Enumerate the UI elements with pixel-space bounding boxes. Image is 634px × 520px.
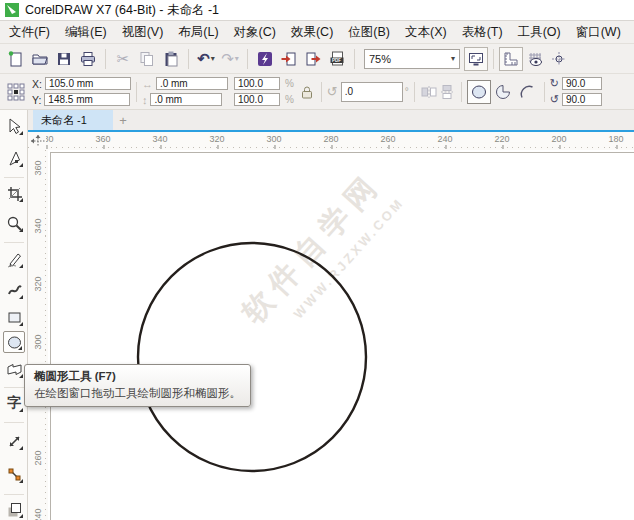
menu-bitmaps[interactable]: 位图(B)	[348, 24, 390, 41]
rotation-icon: ↺	[327, 84, 338, 99]
arc-angle-fields: ↻ 90.0 ↺ 90.0	[550, 77, 602, 106]
undo-icon[interactable]: ↶▾	[194, 47, 218, 71]
ellipse-tool-tooltip: 椭圆形工具 (F7) 在绘图窗口拖动工具绘制圆形和椭圆形。	[24, 364, 251, 407]
plus-icon: +	[119, 113, 127, 128]
cut-icon[interactable]: ✂	[111, 47, 135, 71]
ellipse-mode-button[interactable]	[467, 80, 491, 104]
pie-mode-button[interactable]	[491, 80, 515, 104]
propbar-separator	[414, 82, 415, 102]
end-angle-icon: ↺	[550, 93, 559, 106]
height-input[interactable]: .0 mm	[150, 93, 222, 106]
connector-tool[interactable]	[3, 463, 25, 485]
scale-x-input[interactable]: 100.0	[234, 77, 280, 90]
hruler-label: 220	[494, 134, 509, 144]
chevron-down-icon: ▾	[451, 54, 455, 63]
percent-label: %	[285, 78, 294, 89]
drawing-canvas[interactable]: 软件自学网 WWW.RJZXW.COM	[48, 150, 634, 520]
export-icon[interactable]	[301, 47, 325, 71]
ruler-origin-icon[interactable]	[30, 134, 46, 148]
show-rulers-icon[interactable]	[499, 47, 523, 71]
toolbox-separator	[4, 177, 24, 178]
mirror-vertical-icon[interactable]	[438, 83, 456, 101]
title-bar: CorelDRAW X7 (64-Bit) - 未命名 -1	[0, 0, 634, 21]
object-height-icon: ↕	[142, 94, 148, 106]
document-tab-active[interactable]: 未命名 -1	[33, 110, 113, 130]
vertical-ruler[interactable]: 360 340 320 300 280 260 240	[28, 150, 48, 520]
snap-to-icon[interactable]	[547, 47, 571, 71]
object-width-icon: ↔	[142, 78, 153, 90]
save-icon[interactable]	[52, 47, 76, 71]
artistic-media-tool[interactable]	[3, 279, 25, 301]
copy-icon[interactable]	[135, 47, 159, 71]
zoom-level-value: 75%	[369, 53, 450, 65]
degree-label: °	[405, 86, 409, 97]
end-angle-input[interactable]: 90.0	[562, 93, 602, 106]
polygon-tool[interactable]	[3, 358, 25, 380]
text-tool[interactable]: 字	[3, 392, 25, 414]
toolbox-separator	[4, 494, 24, 495]
dimension-tool[interactable]	[3, 430, 25, 452]
y-position-input[interactable]: 148.5 mm	[44, 93, 130, 106]
arc-mode-button[interactable]	[515, 80, 539, 104]
zoom-levels-select[interactable]: 75% ▾	[364, 49, 460, 69]
redo-icon[interactable]: ↷▾	[218, 47, 242, 71]
percent-label: %	[285, 94, 294, 105]
show-grid-icon[interactable]	[523, 47, 547, 71]
open-folder-icon[interactable]	[28, 47, 52, 71]
mirror-horizontal-icon[interactable]	[420, 83, 438, 101]
tooltip-body: 在绘图窗口拖动工具绘制圆形和椭圆形。	[34, 386, 241, 401]
size-fields: ↔ .0 mm ↕ .0 mm	[142, 77, 228, 106]
menu-view[interactable]: 视图(V)	[122, 24, 164, 41]
start-angle-icon: ↻	[550, 77, 559, 90]
ellipse-tool[interactable]	[3, 331, 25, 353]
menu-edit[interactable]: 编辑(E)	[65, 24, 107, 41]
menu-file[interactable]: 文件(F)	[9, 24, 50, 41]
hruler-label: 300	[266, 134, 281, 144]
toolbox: 字	[0, 110, 28, 520]
propbar-separator	[461, 82, 462, 102]
paste-icon[interactable]	[159, 47, 183, 71]
rotation-angle-input[interactable]: .0	[341, 82, 403, 102]
ruler-ticks	[45, 150, 46, 520]
rectangle-tool[interactable]	[3, 306, 25, 328]
menu-layout[interactable]: 布局(L)	[178, 24, 218, 41]
propbar-separator	[544, 82, 545, 102]
hruler-label: 180	[608, 134, 623, 144]
window-title: CorelDRAW X7 (64-Bit) - 未命名 -1	[25, 2, 219, 19]
application-launcher-icon[interactable]	[253, 47, 277, 71]
width-input[interactable]: .0 mm	[156, 77, 228, 90]
horizontal-ruler[interactable]: 380 360 340 320 300 280 260 240 220 200 …	[28, 132, 634, 150]
menu-effects[interactable]: 效果(C)	[291, 24, 333, 41]
lock-ratio-icon[interactable]	[298, 83, 316, 101]
menu-window[interactable]: 窗口(W)	[576, 24, 621, 41]
crop-tool[interactable]	[3, 182, 25, 204]
import-icon[interactable]	[277, 47, 301, 71]
pick-tool[interactable]	[3, 115, 25, 137]
new-tab-button[interactable]: +	[113, 110, 133, 130]
print-icon[interactable]	[76, 47, 100, 71]
scale-y-input[interactable]: 100.0	[234, 93, 280, 106]
coreldraw-window: CorelDRAW X7 (64-Bit) - 未命名 -1 文件(F) 编辑(…	[0, 0, 634, 520]
full-screen-preview-icon[interactable]	[464, 47, 488, 71]
drop-shadow-tool[interactable]	[3, 498, 25, 520]
toolbox-separator	[4, 387, 24, 388]
freehand-tool[interactable]	[3, 248, 25, 270]
toolbar-separator	[105, 49, 106, 69]
x-position-input[interactable]: 105.0 mm	[45, 77, 131, 90]
toolbar-separator	[354, 49, 355, 69]
menu-tools[interactable]: 工具(O)	[518, 24, 561, 41]
vruler-label: 240	[33, 507, 43, 520]
zoom-tool[interactable]	[3, 212, 25, 234]
menu-object[interactable]: 对象(C)	[234, 24, 276, 41]
menu-text[interactable]: 文本(X)	[405, 24, 447, 41]
text-tool-glyph: 字	[7, 394, 21, 412]
vruler-label: 360	[33, 159, 43, 177]
start-angle-input[interactable]: 90.0	[562, 77, 602, 90]
vruler-label: 340	[33, 217, 43, 235]
hruler-label: 360	[95, 134, 110, 144]
menu-table[interactable]: 表格(T)	[462, 24, 503, 41]
publish-pdf-icon[interactable]: PDF	[325, 47, 349, 71]
page-border	[50, 152, 634, 520]
new-document-icon[interactable]	[4, 47, 28, 71]
shape-tool[interactable]	[3, 147, 25, 169]
